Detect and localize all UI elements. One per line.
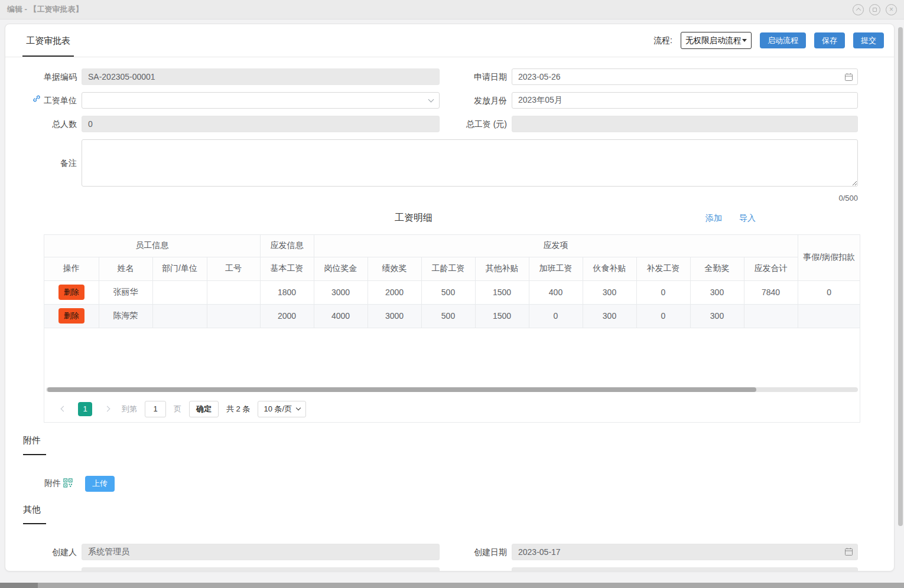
tab-salary-approval[interactable]: 工资审批表 (22, 24, 74, 57)
cell-leave-deduction (798, 304, 860, 328)
cell-leave-deduction: 0 (798, 280, 860, 304)
table-horizontal-scrollbar[interactable] (46, 387, 858, 392)
import-link[interactable]: 导入 (739, 213, 756, 224)
total-salary-field (512, 116, 858, 132)
window-titlebar: 编辑 - 【工资审批表】 × (0, 0, 904, 19)
total-salary-label: 总工资 (元) (440, 116, 512, 132)
group-header-leave-deduction: 事假/病假扣款 (798, 235, 860, 280)
page-size-select[interactable]: 10 条/页 (258, 401, 306, 417)
remark-counter: 0/500 (5, 194, 858, 202)
cell-other-subsidy: 1500 (475, 280, 529, 304)
col-header-dept: 部门/单位 (152, 257, 207, 280)
col-header-meal-subsidy: 伙食补贴 (583, 257, 636, 280)
main-form: 单据编码 申请日期 (5, 57, 894, 228)
detail-header: 工资明细 添加 导入 (5, 212, 858, 228)
start-flow-button[interactable]: 启动流程 (760, 32, 806, 48)
page-number-button[interactable]: 1 (78, 402, 92, 416)
col-header-emp-no: 工号 (207, 257, 260, 280)
total-count: 共 2 条 (226, 404, 250, 414)
table-row: 删除 陈海荣 2000 4000 3000 500 1500 0 300 0 3… (44, 304, 860, 328)
group-header-payable-info: 应发信息 (260, 235, 314, 257)
prev-page-icon[interactable] (56, 402, 70, 416)
cell-meal-subsidy: 300 (583, 280, 636, 304)
cell-dept (152, 304, 207, 328)
cell-base-salary: 2000 (260, 304, 314, 328)
add-row-link[interactable]: 添加 (705, 213, 722, 224)
window-horizontal-scrollbar[interactable] (0, 583, 904, 588)
group-header-payable-items: 应发项 (314, 235, 798, 257)
cell-other-subsidy: 1500 (475, 304, 529, 328)
cell-emp-no (207, 304, 260, 328)
cell-back-pay: 0 (636, 280, 690, 304)
cell-post-bonus: 4000 (314, 304, 368, 328)
remark-textarea[interactable] (82, 139, 858, 187)
caret-down-icon (742, 39, 747, 42)
qr-grid-icon (63, 478, 73, 489)
other-section-title: 其他 (23, 504, 46, 524)
table-row: 删除 张丽华 1800 3000 2000 500 1500 400 300 0… (44, 280, 860, 304)
goto-prefix: 到第 (122, 404, 137, 414)
create-dept-label: 创建部门 (5, 567, 82, 572)
cell-attendance-bonus: 300 (690, 280, 744, 304)
cell-post-bonus: 3000 (314, 280, 368, 304)
cell-emp-no (207, 280, 260, 304)
cell-overtime-pay: 400 (529, 280, 583, 304)
maximize-icon[interactable] (869, 4, 880, 15)
window-vertical-scrollbar[interactable] (898, 21, 903, 582)
next-page-icon[interactable] (100, 402, 114, 416)
detail-title: 工资明细 (5, 212, 822, 224)
attachment-field-row: 附件 上传 (44, 476, 894, 492)
cell-dept (152, 280, 207, 304)
total-people-field (82, 116, 440, 132)
col-header-post-bonus: 岗位奖金 (314, 257, 368, 280)
col-header-action: 操作 (44, 257, 99, 280)
goto-suffix: 页 (174, 404, 181, 414)
salary-unit-select[interactable] (82, 92, 440, 109)
creator-field (82, 544, 440, 560)
col-header-performance-bonus: 绩效奖 (368, 257, 421, 280)
doc-code-label: 单据编码 (5, 68, 82, 85)
pay-month-label: 发放月份 (440, 92, 512, 109)
col-header-overtime-pay: 加班工资 (529, 257, 583, 280)
flow-select[interactable]: 无权限启动流程 (681, 32, 752, 49)
table-empty-area (44, 328, 860, 387)
cell-meal-subsidy: 300 (583, 304, 636, 328)
creator-label: 创建人 (5, 544, 82, 560)
attachments-section-title: 附件 (23, 435, 46, 455)
create-date-field (512, 544, 858, 560)
page-size-value: 10 条/页 (264, 404, 292, 414)
save-button[interactable]: 保存 (814, 32, 845, 48)
window-controls: × (853, 4, 897, 15)
apply-date-label: 申请日期 (440, 68, 512, 85)
collapse-icon[interactable] (853, 4, 864, 15)
cell-name: 张丽华 (99, 280, 152, 304)
col-header-seniority-pay: 工龄工资 (421, 257, 475, 280)
salary-detail-table-zone: 员工信息 应发信息 应发项 事假/病假扣款 操作 姓名 部门/单位 工号 基本工… (44, 234, 860, 423)
cell-name: 陈海荣 (99, 304, 152, 328)
apply-date-field[interactable] (512, 68, 858, 85)
delete-row-button[interactable]: 删除 (58, 308, 84, 324)
upload-button[interactable]: 上传 (85, 476, 115, 492)
goto-confirm-button[interactable]: 确定 (189, 401, 219, 417)
cell-payable-total: 7840 (744, 280, 798, 304)
cell-back-pay: 0 (636, 304, 690, 328)
flow-select-value: 无权限启动流程 (685, 35, 742, 46)
cell-performance-bonus: 2000 (368, 280, 421, 304)
remark-label: 备注 (5, 155, 82, 171)
cell-attendance-bonus: 300 (690, 304, 744, 328)
attachment-label: 附件 (44, 478, 61, 489)
pay-month-field[interactable] (512, 92, 858, 109)
close-icon[interactable]: × (886, 4, 897, 15)
flow-label: 流程: (653, 35, 672, 46)
total-people-label: 总人数 (5, 116, 82, 132)
chevron-down-icon (428, 96, 434, 102)
cell-seniority-pay: 500 (421, 280, 475, 304)
link-icon[interactable] (32, 92, 41, 109)
create-dept-field (82, 567, 440, 572)
delete-row-button[interactable]: 删除 (58, 285, 84, 300)
col-header-base-salary: 基本工资 (260, 257, 314, 280)
goto-page-input[interactable] (145, 401, 166, 417)
flow-toolbar: 流程: 无权限启动流程 启动流程 保存 提交 (653, 32, 884, 49)
submit-button[interactable]: 提交 (853, 32, 884, 48)
col-header-name: 姓名 (99, 257, 152, 280)
